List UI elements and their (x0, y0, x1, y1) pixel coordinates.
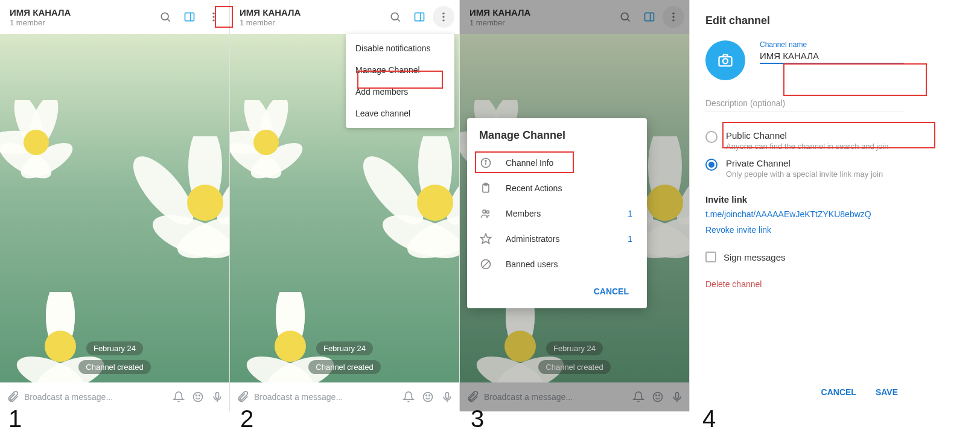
member-count: 1 member (240, 18, 384, 27)
notifications-icon[interactable] (402, 391, 415, 403)
svg-point-47 (417, 185, 453, 221)
date-badge: February 24 (86, 341, 143, 355)
svg-point-6 (212, 19, 214, 21)
svg-point-87 (483, 210, 486, 213)
attach-icon[interactable] (236, 390, 249, 404)
menu-disable-notifications[interactable]: Disable notifications (346, 37, 454, 59)
row-members[interactable]: Members 1 (467, 201, 647, 226)
row-banned-users[interactable]: Banned users (467, 252, 647, 277)
description-input[interactable] (705, 96, 904, 112)
svg-point-25 (196, 395, 197, 396)
svg-point-54 (426, 395, 427, 396)
step-3-label: 3 (471, 405, 484, 433)
step1-panel: ИМЯ КАНАЛА 1 member February 24 Channel … (0, 0, 230, 411)
cancel-button[interactable]: CANCEL (815, 384, 862, 401)
radio-checked-icon (705, 159, 718, 171)
channel-photo-button[interactable] (705, 40, 745, 80)
search-icon[interactable] (384, 6, 406, 28)
channel-name-input[interactable] (760, 49, 904, 64)
svg-point-26 (199, 395, 200, 396)
svg-line-91 (483, 261, 489, 267)
mic-icon[interactable] (441, 391, 453, 403)
svg-line-1 (168, 19, 170, 22)
step-1-label: 1 (8, 405, 22, 433)
row-recent-actions[interactable]: Recent Actions (467, 176, 647, 201)
svg-point-29 (391, 13, 398, 20)
modal-title: Manage Channel (467, 118, 647, 150)
menu-add-members[interactable]: Add members (346, 81, 454, 103)
svg-marker-89 (481, 234, 491, 244)
member-count: 1 member (10, 18, 154, 27)
channel-title[interactable]: ИМЯ КАНАЛА (240, 7, 384, 17)
private-channel-radio[interactable]: Private Channel Only people with a speci… (705, 154, 904, 182)
star-icon (479, 232, 492, 246)
sign-label: Sign messages (724, 252, 786, 262)
svg-point-18 (187, 185, 223, 221)
step-2-label: 2 (240, 405, 253, 433)
notifications-icon[interactable] (173, 391, 185, 403)
step3-panel: ИМЯ КАНАЛА 1 member February 24 Channel … (460, 0, 690, 411)
row-channel-info[interactable]: Channel Info (467, 150, 647, 176)
sidebar-toggle-icon[interactable] (179, 6, 200, 28)
chat-background: February 24 Channel created (0, 34, 229, 382)
emoji-icon[interactable] (422, 391, 434, 403)
svg-point-55 (429, 395, 430, 396)
menu-manage-channel[interactable]: Manage Channel (346, 59, 454, 81)
members-count: 1 (628, 209, 632, 218)
svg-point-33 (442, 13, 444, 14)
svg-point-41 (253, 130, 279, 155)
admins-count: 1 (628, 234, 632, 244)
revoke-link[interactable]: Revoke invite link (705, 225, 904, 235)
name-field-label: Channel name (760, 40, 904, 49)
svg-point-35 (442, 19, 444, 21)
svg-point-12 (24, 130, 49, 155)
menu-leave-channel[interactable]: Leave channel (346, 103, 454, 124)
public-channel-radio[interactable]: Public Channel Anyone can find the chann… (705, 127, 904, 154)
attach-icon[interactable] (6, 390, 19, 404)
svg-point-53 (424, 393, 433, 402)
manage-channel-modal: Manage Channel Channel Info Recent Actio… (467, 118, 647, 308)
more-menu-icon[interactable] (203, 6, 224, 28)
svg-point-5 (212, 16, 214, 17)
svg-rect-27 (216, 393, 219, 399)
svg-point-88 (486, 211, 489, 213)
message-input-bar (0, 382, 229, 411)
svg-rect-2 (185, 13, 194, 21)
invite-link-label: Invite link (705, 194, 904, 205)
svg-rect-56 (446, 393, 449, 399)
row-administrators[interactable]: Administrators 1 (467, 226, 647, 252)
date-badge: February 24 (316, 341, 373, 355)
info-icon (479, 156, 492, 170)
cancel-button[interactable]: CANCEL (588, 283, 635, 300)
message-input[interactable] (24, 392, 168, 402)
sidebar-toggle-icon[interactable] (409, 6, 430, 28)
delete-channel-link[interactable]: Delete channel (705, 279, 904, 289)
svg-point-34 (442, 16, 444, 17)
radio-icon (705, 131, 718, 143)
edit-channel-panel: Edit channel Channel name Public Channel… (690, 0, 920, 411)
emoji-icon[interactable] (192, 391, 204, 403)
step2-panel: ИМЯ КАНАЛА 1 member February 24 Channel … (230, 0, 460, 411)
invite-link[interactable]: t.me/joinchat/AAAAAEwJeKTtZYKU8ebwzQ (705, 209, 904, 219)
context-menu: Disable notifications Manage Channel Add… (346, 34, 454, 128)
channel-title[interactable]: ИМЯ КАНАЛА (10, 7, 154, 17)
mic-icon[interactable] (211, 391, 223, 403)
search-icon[interactable] (154, 6, 176, 28)
svg-point-98 (723, 59, 728, 63)
chat-header: ИМЯ КАНАЛА 1 member (0, 0, 229, 34)
system-message: Channel created (308, 360, 380, 374)
system-message: Channel created (78, 360, 150, 374)
svg-point-84 (485, 160, 486, 162)
members-icon (479, 207, 492, 220)
svg-point-0 (161, 13, 168, 20)
save-button[interactable]: SAVE (870, 384, 904, 401)
svg-point-4 (212, 13, 214, 14)
sign-messages-checkbox[interactable] (705, 252, 716, 262)
svg-line-30 (398, 19, 400, 22)
more-menu-icon[interactable] (433, 6, 454, 28)
ban-icon (479, 258, 492, 271)
svg-rect-31 (415, 13, 424, 21)
edit-title: Edit channel (705, 14, 904, 27)
message-input[interactable] (254, 392, 398, 402)
step-4-label: 4 (702, 405, 716, 433)
